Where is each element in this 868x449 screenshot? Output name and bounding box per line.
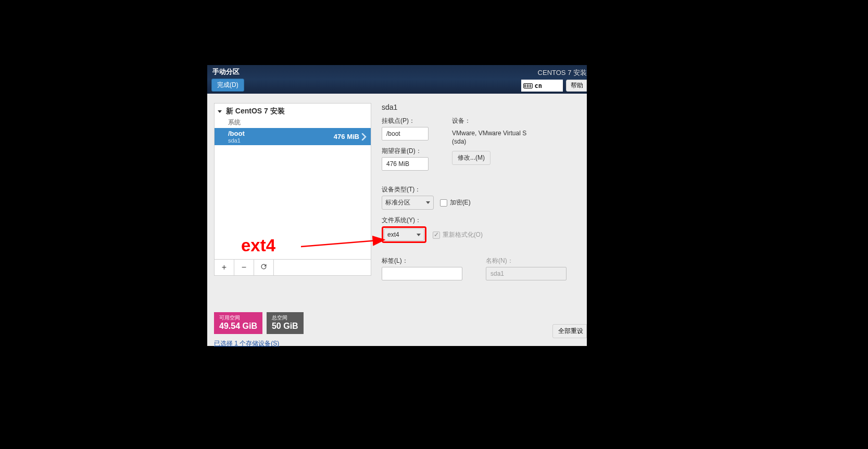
partition-mount-label: /boot (228, 130, 334, 137)
partition-device-label: sda1 (228, 137, 334, 144)
device-name-line1: VMware, VMware Virtual S (452, 130, 540, 138)
tag-label: 标签(L)： (382, 256, 462, 265)
partition-size-label: 476 MiB (334, 133, 359, 140)
annotation-highlight: ext4 (382, 226, 426, 243)
device-type-value: 标准分区 (385, 198, 410, 207)
caret-down-icon (417, 234, 421, 236)
modify-device-button[interactable]: 修改...(M) (452, 151, 490, 165)
reload-icon (260, 263, 268, 271)
keyboard-layout-indicator[interactable]: cn (521, 80, 563, 92)
encrypt-label: 加密(E) (450, 198, 471, 207)
filesystem-value: ext4 (387, 231, 399, 238)
total-space-value: 50 GiB (272, 321, 298, 331)
main-content: 新 CentOS 7 安装 系统 /boot sda1 476 MiB + − (207, 94, 587, 307)
tree-root-label: 新 CentOS 7 安装 (226, 107, 285, 115)
remove-partition-button[interactable]: − (234, 260, 254, 275)
device-type-label: 设备类型(T)： (382, 185, 583, 194)
help-button[interactable]: 帮助 (566, 80, 587, 92)
device-section-label: 设备： (452, 117, 540, 125)
partition-tree: 新 CentOS 7 安装 系统 /boot sda1 476 MiB + − (214, 103, 371, 276)
encrypt-checkbox[interactable] (440, 199, 447, 207)
keyboard-icon (523, 83, 533, 88)
reformat-checkbox (433, 232, 440, 239)
caret-down-icon (426, 201, 430, 204)
header-bar: 手动分区 完成(D) CENTOS 7 安装 cn 帮助 (207, 65, 587, 94)
free-space-box: 可用空间 49.54 GiB (214, 312, 262, 334)
done-button[interactable]: 完成(D) (211, 79, 244, 92)
reload-button[interactable] (254, 260, 274, 275)
reformat-label: 重新格式化(O) (443, 230, 483, 239)
keyboard-layout-label: cn (535, 82, 542, 89)
installer-title: CENTOS 7 安装 (538, 68, 587, 78)
filesystem-label: 文件系统(Y)： (382, 216, 583, 225)
total-space-box: 总空间 50 GiB (267, 312, 304, 334)
reset-all-button[interactable]: 全部重设 (552, 324, 587, 338)
tag-input[interactable] (382, 267, 462, 280)
tree-toolbar: + − (215, 259, 371, 275)
mount-point-input[interactable] (382, 127, 429, 140)
partition-list-pane: 新 CentOS 7 安装 系统 /boot sda1 476 MiB + − (207, 94, 371, 307)
detail-title: sda1 (382, 103, 583, 111)
partition-row-boot[interactable]: /boot sda1 476 MiB (215, 128, 371, 145)
installer-window: 手动分区 完成(D) CENTOS 7 安装 cn 帮助 新 CentOS 7 … (207, 65, 587, 346)
page-title: 手动分区 (211, 67, 244, 76)
free-space-label: 可用空间 (219, 315, 257, 321)
mount-point-label: 挂载点(P)： (382, 117, 429, 125)
name-label: 名称(N)： (486, 256, 574, 265)
filesystem-select[interactable]: ext4 (384, 228, 424, 241)
free-space-value: 49.54 GiB (219, 321, 257, 331)
tree-root[interactable]: 新 CentOS 7 安装 (215, 104, 371, 117)
name-input (486, 267, 567, 280)
tree-group-label: 系统 (215, 117, 371, 128)
capacity-label: 期望容量(D)： (382, 147, 429, 156)
add-partition-button[interactable]: + (215, 260, 234, 275)
device-name-line2: (sda) (452, 138, 540, 146)
device-type-select[interactable]: 标准分区 (382, 196, 434, 210)
caret-down-icon (218, 110, 222, 113)
bottom-summary: 可用空间 49.54 GiB 总空间 50 GiB 已选择 1 个存储设备(S) (207, 312, 587, 348)
storage-devices-link[interactable]: 已选择 1 个存储设备(S) (214, 339, 279, 348)
partition-details-pane: sda1 挂载点(P)： 期望容量(D)： 设备： VMware, VMwa (371, 94, 587, 307)
total-space-label: 总空间 (272, 315, 298, 321)
chevron-right-icon (361, 133, 367, 140)
capacity-input[interactable] (382, 157, 429, 171)
